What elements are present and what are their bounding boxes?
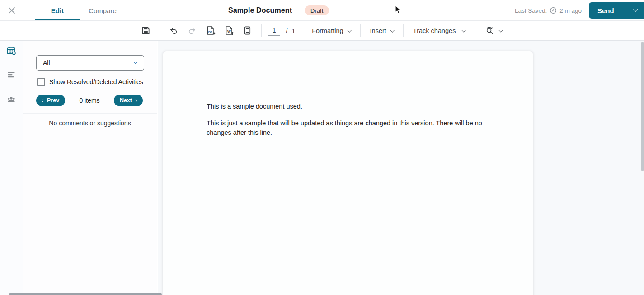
document-page[interactable]: This is a sample document used. This is …	[163, 51, 533, 295]
status-badge: Draft	[305, 5, 329, 15]
activity-settings-icon	[6, 45, 17, 56]
activity-pagination: Prev 0 items Next	[36, 95, 143, 106]
last-saved-status: Last Saved: 2 m ago	[515, 0, 582, 21]
import-word-icon: W	[224, 25, 235, 36]
find-replace-icon	[484, 25, 495, 36]
chevron-down-icon	[133, 60, 138, 64]
comments-panel-button[interactable]	[6, 70, 17, 81]
editor-toolbar: PDF W /1 Formatting Insert Track changes	[0, 21, 644, 41]
activities-panel: All Show Resolved/Deleted Activities Pre…	[23, 41, 157, 295]
chevron-down-icon	[390, 28, 395, 33]
page-total-value: 1	[291, 27, 295, 34]
tab-compare-label: Compare	[89, 7, 117, 14]
activity-filter-select[interactable]: All	[36, 55, 144, 71]
show-resolved-checkbox[interactable]	[37, 78, 45, 86]
activities-panel-button[interactable]	[6, 45, 17, 56]
svg-text:PDF: PDF	[208, 30, 213, 33]
track-changes-label: Track changes	[413, 27, 456, 34]
save-icon	[141, 25, 151, 36]
page-divider: /	[286, 27, 288, 34]
last-saved-value: 2 m ago	[559, 7, 582, 14]
left-icon-rail	[0, 41, 23, 295]
last-saved-label: Last Saved:	[515, 7, 547, 14]
tab-compare[interactable]: Compare	[80, 0, 125, 21]
clock-icon	[550, 7, 557, 14]
active-tab-indicator	[35, 19, 80, 20]
toolbar-separator	[360, 24, 361, 37]
prev-button[interactable]: Prev	[36, 95, 65, 106]
document-paragraph: This is just a sample that will be updat…	[207, 119, 487, 138]
prev-button-label: Prev	[47, 97, 59, 104]
show-resolved-row: Show Resolved/Deleted Activities	[37, 78, 143, 86]
items-count: 0 items	[79, 97, 99, 104]
document-editor-app: Edit Compare Sample Document Draft Last …	[0, 0, 644, 295]
people-group-icon	[6, 94, 17, 105]
chevron-right-icon	[134, 99, 137, 102]
next-button-label: Next	[120, 97, 132, 104]
page-count: /1	[286, 27, 296, 34]
svg-text:W: W	[227, 29, 231, 33]
next-button[interactable]: Next	[114, 95, 143, 106]
tab-edit[interactable]: Edit	[35, 0, 80, 21]
send-button-label: Send	[597, 7, 614, 14]
close-button[interactable]	[7, 6, 16, 15]
chevron-down-icon	[347, 28, 352, 33]
collaborators-panel-button[interactable]	[6, 94, 17, 105]
undo-icon	[169, 26, 179, 36]
show-resolved-label: Show Resolved/Deleted Activities	[49, 78, 143, 86]
page-number-input[interactable]	[268, 26, 280, 36]
insert-dropdown[interactable]: Insert	[367, 25, 396, 36]
insert-label: Insert	[370, 27, 386, 34]
vertical-scrollbar-thumb[interactable]	[641, 42, 644, 171]
toolbar-separator	[302, 24, 302, 37]
workspace: All Show Resolved/Deleted Activities Pre…	[0, 41, 644, 295]
page-view-button[interactable]	[241, 24, 254, 38]
save-button[interactable]	[139, 24, 153, 38]
toolbar-separator	[261, 24, 262, 37]
tab-edit-label: Edit	[51, 7, 64, 14]
undo-button[interactable]	[167, 24, 180, 38]
toolbar-separator	[403, 24, 404, 37]
chevron-down-icon	[499, 28, 503, 33]
toolbar-separator	[475, 24, 475, 37]
horizontal-scrollbar-thumb[interactable]	[9, 293, 162, 295]
formatting-dropdown[interactable]: Formatting	[309, 25, 353, 36]
document-canvas: This is a sample document used. This is …	[158, 41, 644, 295]
find-replace-dropdown[interactable]	[482, 24, 505, 38]
redo-button[interactable]	[185, 24, 199, 38]
chevron-down-icon	[462, 28, 466, 33]
text-lines-icon	[6, 70, 17, 81]
export-pdf-button[interactable]: PDF	[204, 24, 217, 38]
header-divider	[25, 0, 25, 21]
page-view-icon	[242, 25, 253, 36]
formatting-label: Formatting	[312, 27, 343, 34]
activity-filter-value: All	[43, 59, 50, 67]
title-group: Sample Document Draft	[228, 0, 329, 21]
panel-divider	[23, 113, 157, 114]
empty-state-message: No comments or suggestions	[23, 119, 157, 127]
toolbar-separator	[160, 24, 160, 37]
close-icon	[7, 6, 16, 15]
track-changes-dropdown[interactable]: Track changes	[410, 25, 468, 36]
import-word-button[interactable]: W	[222, 24, 236, 38]
export-pdf-icon: PDF	[205, 25, 216, 36]
document-content: This is a sample document used. This is …	[163, 51, 487, 138]
redo-icon	[187, 26, 197, 36]
send-button[interactable]: Send	[589, 2, 644, 19]
chevron-down-icon	[633, 7, 638, 11]
top-header: Edit Compare Sample Document Draft Last …	[0, 0, 644, 21]
chevron-left-icon	[42, 99, 45, 102]
page-title: Sample Document	[228, 6, 292, 14]
document-paragraph: This is a sample document used.	[207, 102, 487, 111]
